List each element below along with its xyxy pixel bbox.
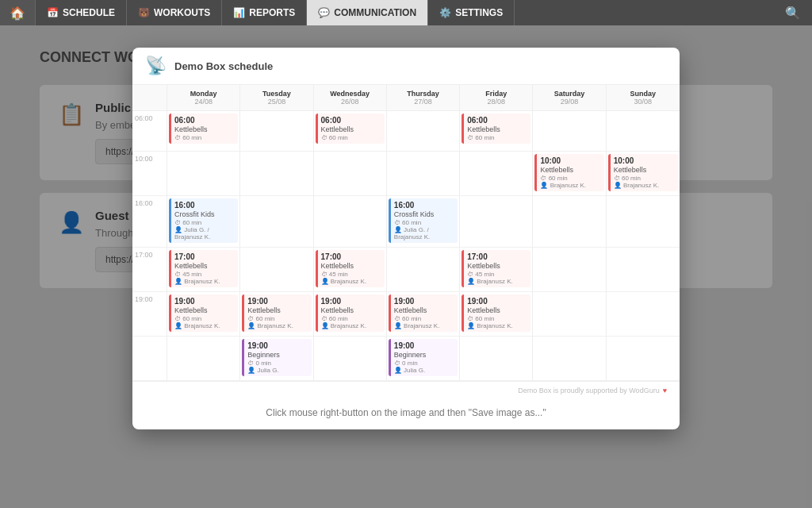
- day-cell: [607, 292, 680, 336]
- nav-home[interactable]: 🏠: [0, 0, 36, 25]
- nav-schedule[interactable]: 📅 SCHEDULE: [36, 0, 127, 25]
- day-cell: 10:00 Kettlebells ⏱ 60 min 👤 Brajanusz K…: [533, 152, 606, 195]
- time-label-1600: 16:00: [132, 196, 167, 247]
- day-header-sat: Saturday 29/08: [533, 85, 606, 110]
- day-cell: [240, 196, 313, 247]
- time-row-1900b: 19:00 Beginners ⏱ 0 min 👤 Julia G. 19:00…: [132, 337, 680, 381]
- day-cell: [460, 152, 533, 195]
- day-cell: [387, 152, 460, 195]
- time-label-1900: 19:00: [132, 292, 167, 336]
- schedule-icon: 📅: [47, 7, 59, 18]
- day-header-mon: Monday 24/08: [167, 85, 240, 110]
- class-card[interactable]: 06:00 Kettlebells ⏱ 60 min: [316, 114, 385, 144]
- day-cell: [460, 337, 533, 380]
- top-nav: 🏠 📅 SCHEDULE 🐻 WORKOUTS 📊 REPORTS 💬 COMM…: [0, 0, 812, 25]
- day-cell: [533, 248, 606, 291]
- time-label-1000: 10:00: [132, 152, 167, 195]
- day-cell: [607, 196, 680, 247]
- class-card[interactable]: 16:00 Crossfit Kids ⏱ 60 min 👤 Julia G. …: [169, 198, 238, 243]
- day-cell: [607, 111, 680, 151]
- day-cell: [314, 337, 387, 380]
- search-button[interactable]: 🔍: [774, 6, 812, 21]
- communication-icon: 💬: [318, 7, 330, 18]
- day-cell: [533, 292, 606, 336]
- day-cell: [240, 111, 313, 151]
- settings-icon: ⚙️: [439, 7, 451, 18]
- class-card[interactable]: 17:00 Kettlebells ⏱ 45 min 👤 Brajanusz K…: [169, 250, 238, 287]
- class-card[interactable]: 19:00 Beginners ⏱ 0 min 👤 Julia G.: [242, 339, 311, 376]
- day-cell: 17:00 Kettlebells ⏱ 45 min 👤 Brajanusz K…: [314, 248, 387, 291]
- day-cell: [167, 337, 240, 380]
- day-cell: [387, 111, 460, 151]
- modal-header: 📡 Demo Box schedule: [132, 48, 680, 85]
- workouts-icon: 🐻: [138, 7, 150, 18]
- class-card[interactable]: 19:00 Kettlebells ⏱ 60 min 👤 Brajanusz K…: [316, 294, 385, 332]
- class-card[interactable]: 19:00 Kettlebells ⏱ 60 min 👤 Brajanusz K…: [462, 294, 530, 332]
- day-cell: 16:00 Crossfit Kids ⏱ 60 min 👤 Julia G. …: [387, 196, 460, 247]
- class-card[interactable]: 16:00 Crossfit Kids ⏱ 60 min 👤 Julia G. …: [389, 198, 458, 243]
- footer-text: Demo Box is proudly supported by WodGuru: [518, 387, 659, 394]
- home-icon: 🏠: [10, 6, 25, 21]
- time-label-0600: 06:00: [132, 111, 167, 151]
- day-cell: [167, 152, 240, 195]
- day-cell: 17:00 Kettlebells ⏱ 45 min 👤 Brajanusz K…: [460, 248, 533, 291]
- day-header-wed: Wednesday 26/08: [314, 85, 387, 110]
- day-cell: [460, 196, 533, 247]
- day-cell: 17:00 Kettlebells ⏱ 45 min 👤 Brajanusz K…: [167, 248, 240, 291]
- time-label-1900b: [132, 337, 167, 380]
- day-cell: 19:00 Kettlebells ⏱ 60 min 👤 Brajanusz K…: [387, 292, 460, 336]
- day-cell: [607, 248, 680, 291]
- time-header-empty: [132, 85, 167, 110]
- time-row-1000: 10:00 10:00 Kettlebells ⏱ 60 min 👤 Braja…: [132, 152, 680, 196]
- time-label-1700: 17:00: [132, 248, 167, 291]
- class-card[interactable]: 06:00 Kettlebells ⏱ 60 min: [169, 114, 238, 144]
- day-cell: 16:00 Crossfit Kids ⏱ 60 min 👤 Julia G. …: [167, 196, 240, 247]
- nav-communication[interactable]: 💬 COMMUNICATION: [307, 0, 428, 25]
- time-row-1600: 16:00 16:00 Crossfit Kids ⏱ 60 min 👤 Jul…: [132, 196, 680, 248]
- class-card[interactable]: 19:00 Kettlebells ⏱ 60 min 👤 Brajanusz K…: [242, 294, 311, 332]
- day-cell: [240, 248, 313, 291]
- day-cell: 19:00 Kettlebells ⏱ 60 min 👤 Brajanusz K…: [240, 292, 313, 336]
- gym-logo-icon: 📡: [145, 56, 167, 76]
- day-cell: [533, 111, 606, 151]
- gym-title: Demo Box schedule: [174, 60, 273, 72]
- day-header-tue: Tuesday 25/08: [240, 85, 313, 110]
- class-card[interactable]: 17:00 Kettlebells ⏱ 45 min 👤 Brajanusz K…: [462, 250, 530, 287]
- day-cell: 10:00 Kettlebells ⏱ 60 min 👤 Brajanusz K…: [607, 152, 680, 195]
- class-card[interactable]: 19:00 Kettlebells ⏱ 60 min 👤 Brajanusz K…: [389, 294, 458, 332]
- nav-workouts[interactable]: 🐻 WORKOUTS: [127, 0, 222, 25]
- heart-icon: ♥: [663, 387, 667, 394]
- nav-settings[interactable]: ⚙️ SETTINGS: [428, 0, 515, 25]
- class-card[interactable]: 19:00 Beginners ⏱ 0 min 👤 Julia G.: [389, 339, 458, 376]
- day-cell: 19:00 Beginners ⏱ 0 min 👤 Julia G.: [240, 337, 313, 380]
- class-card[interactable]: 10:00 Kettlebells ⏱ 60 min 👤 Brajanusz K…: [534, 154, 603, 191]
- class-card[interactable]: 06:00 Kettlebells ⏱ 60 min: [462, 114, 530, 144]
- day-cell: [314, 196, 387, 247]
- day-header-fri: Friday 28/08: [460, 85, 533, 110]
- modal-instruction: Click mouse right-button on the image an…: [132, 399, 680, 429]
- day-cell: 06:00 Kettlebells ⏱ 60 min: [314, 111, 387, 151]
- day-cell: [387, 248, 460, 291]
- day-cell: 19:00 Kettlebells ⏱ 60 min 👤 Brajanusz K…: [314, 292, 387, 336]
- class-card[interactable]: 19:00 Kettlebells ⏱ 60 min 👤 Brajanusz K…: [169, 294, 238, 332]
- day-cell: 19:00 Beginners ⏱ 0 min 👤 Julia G.: [387, 337, 460, 380]
- modal-footer: Demo Box is proudly supported by WodGuru…: [132, 381, 680, 399]
- class-card[interactable]: 10:00 Kettlebells ⏱ 60 min 👤 Brajanusz K…: [608, 154, 678, 191]
- schedule-modal: 📡 Demo Box schedule Monday 24/08 Tuesday…: [132, 48, 680, 429]
- schedule-grid[interactable]: Monday 24/08 Tuesday 25/08 Wednesday 26/…: [132, 85, 680, 381]
- day-cell: 19:00 Kettlebells ⏱ 60 min 👤 Brajanusz K…: [167, 292, 240, 336]
- reports-icon: 📊: [233, 7, 245, 18]
- time-row-1900: 19:00 19:00 Kettlebells ⏱ 60 min 👤 Braja…: [132, 292, 680, 337]
- day-cell: [314, 152, 387, 195]
- day-cell: [607, 337, 680, 380]
- day-header-thu: Thursday 27/08: [387, 85, 460, 110]
- day-cell: [240, 152, 313, 195]
- nav-reports[interactable]: 📊 REPORTS: [222, 0, 307, 25]
- modal-overlay: 📡 Demo Box schedule Monday 24/08 Tuesday…: [0, 25, 812, 508]
- day-header-sun: Sunday 30/08: [607, 85, 680, 110]
- day-cell: [533, 196, 606, 247]
- day-cell: 06:00 Kettlebells ⏱ 60 min: [167, 111, 240, 151]
- days-header-row: Monday 24/08 Tuesday 25/08 Wednesday 26/…: [132, 85, 680, 111]
- day-cell: 19:00 Kettlebells ⏱ 60 min 👤 Brajanusz K…: [460, 292, 533, 336]
- class-card[interactable]: 17:00 Kettlebells ⏱ 45 min 👤 Brajanusz K…: [316, 250, 385, 287]
